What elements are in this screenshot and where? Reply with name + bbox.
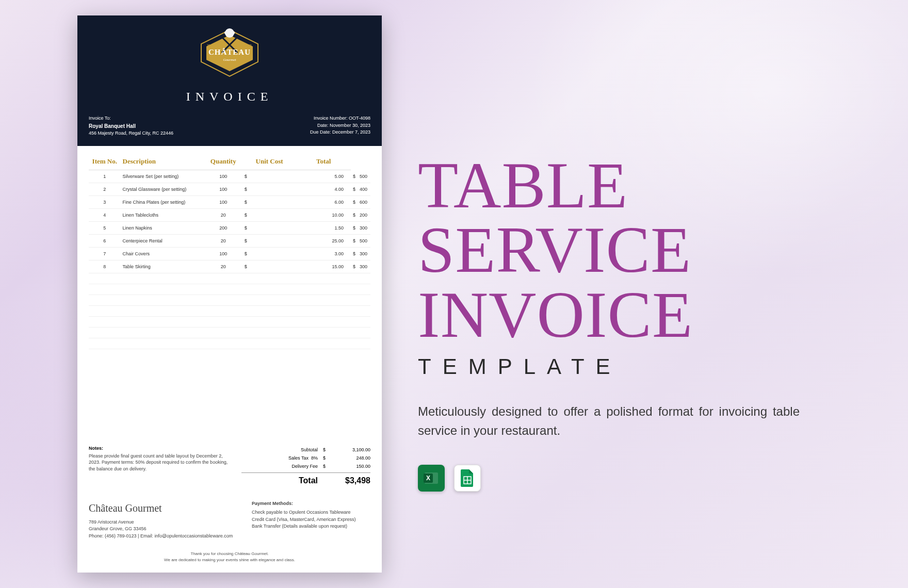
col-description: Description xyxy=(121,153,204,170)
payment-heading: Payment Methods: xyxy=(252,500,370,508)
bill-to-block: Invoice To: Royal Banquet Hall 456 Majes… xyxy=(89,115,173,137)
invoice-number: Invoice Number: OOT-4098 xyxy=(310,115,370,122)
company-contact: Phone: (456) 789-0123 | Email: info@opul… xyxy=(89,533,236,540)
cell-description: Centerpiece Rental xyxy=(121,235,204,248)
cell-description: Table Skirting xyxy=(121,260,204,273)
payment-line-1: Check payable to Opulent Occasions Table… xyxy=(252,509,370,516)
cell-total: 500 xyxy=(358,235,370,248)
cell-unit-cost: 4.00 xyxy=(296,183,351,196)
cell-description: Linen Tablecloths xyxy=(121,209,204,222)
document-title: INVOICE xyxy=(89,90,370,104)
google-sheets-icon xyxy=(454,465,481,492)
cell-item-no: 6 xyxy=(89,235,121,248)
company-address-1: 789 Aristocrat Avenue xyxy=(89,519,236,526)
promo-subtitle: TEMPLATE xyxy=(418,354,862,379)
cell-item-no: 7 xyxy=(89,248,121,260)
cell-total: 300 xyxy=(358,222,370,235)
cell-item-no: 1 xyxy=(89,170,121,183)
svg-text:CHÂTEAU: CHÂTEAU xyxy=(208,48,251,56)
cell-description: Silverware Set (per setting) xyxy=(121,170,204,183)
tax-pct: 8% xyxy=(311,455,318,461)
invoice-document: CHÂTEAU Gourmet 20 23 INVOICE Invoice To… xyxy=(77,15,382,573)
subtotal-label: Subtotal xyxy=(241,447,323,452)
cell-item-no: 5 xyxy=(89,222,121,235)
payment-line-2: Credit Card (Visa, MasterCard, American … xyxy=(252,516,370,524)
delivery-value: 150.00 xyxy=(329,464,370,469)
table-row: 4Linen Tablecloths20$10.00$200 xyxy=(89,209,370,222)
promo-title: Table Service Invoice xyxy=(418,153,862,347)
table-row: 3Fine China Plates (per setting)100$6.00… xyxy=(89,196,370,209)
invoice-to-label: Invoice To: xyxy=(89,115,173,122)
invoice-to-address: 456 Majesty Road, Regal City, RC 22446 xyxy=(89,130,173,137)
cell-quantity: 200 xyxy=(204,222,242,235)
format-icons: X xyxy=(418,465,862,492)
line-items-table: Item No. Description Quantity Unit Cost … xyxy=(89,153,370,273)
table-row: 1Silverware Set (per setting)100$5.00$50… xyxy=(89,170,370,183)
subtotal-value: 3,100.00 xyxy=(329,447,370,452)
invoice-date: Date: November 30, 2023 xyxy=(310,122,370,129)
notes-heading: Notes: xyxy=(89,446,231,451)
svg-text:X: X xyxy=(426,475,430,482)
payment-line-3: Bank Transfer (Details available upon re… xyxy=(252,523,370,530)
cell-quantity: 100 xyxy=(204,196,242,209)
cell-total: 200 xyxy=(358,209,370,222)
table-row: 2Crystal Glassware (per setting)100$4.00… xyxy=(89,183,370,196)
grand-total-label: Total xyxy=(241,476,323,485)
cell-quantity: 20 xyxy=(204,235,242,248)
cell-unit-cost: 25.00 xyxy=(296,235,351,248)
cell-unit-cost: 15.00 xyxy=(296,260,351,273)
cell-quantity: 100 xyxy=(204,183,242,196)
excel-icon: X xyxy=(418,465,445,492)
cell-total: 600 xyxy=(358,196,370,209)
col-quantity: Quantity xyxy=(204,153,242,170)
cell-quantity: 20 xyxy=(204,260,242,273)
cell-total: 300 xyxy=(358,260,370,273)
promo-panel: Table Service Invoice TEMPLATE Meticulou… xyxy=(418,96,862,492)
col-unit-cost: Unit Cost xyxy=(242,153,297,170)
invoice-due-date: Due Date: December 7, 2023 xyxy=(310,129,370,136)
svg-rect-3 xyxy=(224,31,235,34)
company-name: Château Gourmet xyxy=(89,500,236,516)
svg-text:Gourmet: Gourmet xyxy=(223,58,237,62)
company-info: Château Gourmet 789 Aristocrat Avenue Gr… xyxy=(89,500,236,540)
col-item-no: Item No. xyxy=(89,153,121,170)
cell-item-no: 8 xyxy=(89,260,121,273)
cell-item-no: 2 xyxy=(89,183,121,196)
table-row: 5Linen Napkins200$1.50$300 xyxy=(89,222,370,235)
promo-description: Meticulously designed to offer a polishe… xyxy=(418,402,800,440)
cell-description: Fine China Plates (per setting) xyxy=(121,196,204,209)
svg-text:20: 20 xyxy=(207,44,210,47)
cell-description: Chair Covers xyxy=(121,248,204,260)
invoice-to-name: Royal Banquet Hall xyxy=(89,122,173,130)
thank-you-footer: Thank you for choosing Château Gourmet. … xyxy=(77,545,382,573)
tax-value: 248.00 xyxy=(329,455,370,461)
cell-quantity: 100 xyxy=(204,170,242,183)
cell-description: Crystal Glassware (per setting) xyxy=(121,183,204,196)
col-total: Total xyxy=(296,153,351,170)
cell-unit-cost: 10.00 xyxy=(296,209,351,222)
cell-unit-cost: 6.00 xyxy=(296,196,351,209)
delivery-label: Delivery Fee xyxy=(241,464,323,469)
line-items-section: Item No. Description Quantity Unit Cost … xyxy=(77,146,382,439)
notes-block: Notes: Please provide final guest count … xyxy=(89,446,231,487)
tax-label: Sales Tax xyxy=(288,455,309,461)
empty-rows xyxy=(89,273,370,349)
payment-methods: Payment Methods: Check payable to Opulen… xyxy=(252,500,370,540)
cell-total: 400 xyxy=(358,183,370,196)
cell-total: 500 xyxy=(358,170,370,183)
table-row: 7Chair Covers100$3.00$300 xyxy=(89,248,370,260)
cell-unit-cost: 3.00 xyxy=(296,248,351,260)
invoice-meta-block: Invoice Number: OOT-4098 Date: November … xyxy=(310,115,370,137)
cell-unit-cost: 1.50 xyxy=(296,222,351,235)
svg-text:23: 23 xyxy=(248,44,252,47)
invoice-header: CHÂTEAU Gourmet 20 23 INVOICE Invoice To… xyxy=(77,15,382,146)
notes-body: Please provide final guest count and tab… xyxy=(89,453,231,472)
totals-block: Subtotal $ 3,100.00 Sales Tax 8% $ 248.0… xyxy=(241,446,370,487)
table-row: 6Centerpiece Rental20$25.00$500 xyxy=(89,235,370,248)
cell-description: Linen Napkins xyxy=(121,222,204,235)
company-address-2: Grandeur Grove, GG 33456 xyxy=(89,526,236,533)
grand-total-value: $3,498 xyxy=(329,476,370,485)
brand-logo: CHÂTEAU Gourmet 20 23 xyxy=(193,26,266,83)
cell-quantity: 100 xyxy=(204,248,242,260)
cell-quantity: 20 xyxy=(204,209,242,222)
